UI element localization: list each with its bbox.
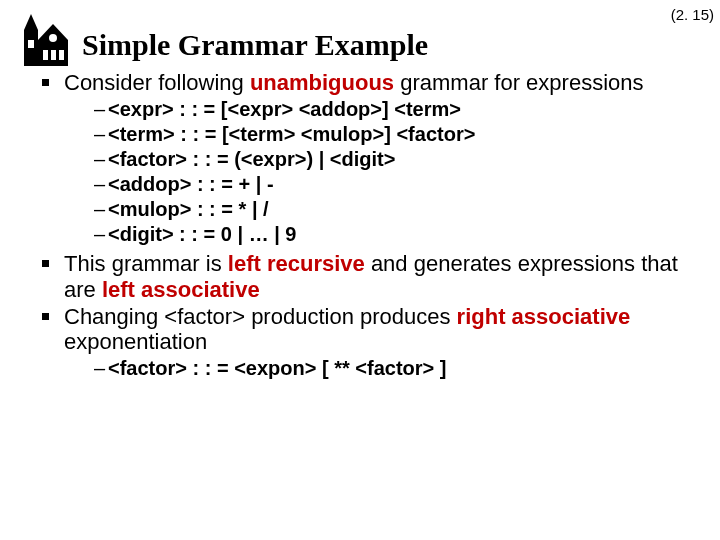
highlight-left-recursive: left recursive [228, 251, 365, 276]
svg-rect-9 [59, 50, 64, 60]
highlight-unambiguous: unambiguous [250, 70, 394, 95]
bullet-1: Consider following unambiguous grammar f… [40, 70, 702, 247]
grammar-rule: <factor> : : = (<expr>) | <digit> [94, 147, 702, 172]
grammar-rule: <factor> : : = <expon> [ ** <factor> ] [94, 356, 702, 381]
logo-icon [18, 10, 74, 66]
bullet-2: This grammar is left recursive and gener… [40, 251, 702, 302]
grammar-rule: <digit> : : = 0 | … | 9 [94, 222, 702, 247]
text: grammar for expressions [394, 70, 643, 95]
slide-title: Simple Grammar Example [82, 28, 428, 62]
grammar-list-2: <factor> : : = <expon> [ ** <factor> ] [64, 356, 702, 381]
grammar-rule: <addop> : : = + | - [94, 172, 702, 197]
svg-rect-7 [43, 50, 48, 60]
text: Changing <factor> production produces [64, 304, 457, 329]
highlight-right-associative: right associative [457, 304, 631, 329]
svg-point-6 [49, 34, 57, 42]
text: This grammar is [64, 251, 228, 276]
slide: (2. 15) Simple Grammar Example Co [0, 0, 720, 395]
grammar-rule: <mulop> : : = * | / [94, 197, 702, 222]
grammar-list-1: <expr> : : = [<expr> <addop>] <term> <te… [64, 97, 702, 247]
grammar-rule: <term> : : = [<term> <mulop>] <factor> [94, 122, 702, 147]
header: Simple Grammar Example [18, 10, 702, 68]
grammar-rule: <expr> : : = [<expr> <addop>] <term> [94, 97, 702, 122]
text: exponentiation [64, 329, 207, 354]
content: Consider following unambiguous grammar f… [18, 70, 702, 381]
bullet-3: Changing <factor> production produces ri… [40, 304, 702, 382]
text: Consider following [64, 70, 250, 95]
svg-rect-8 [51, 50, 56, 60]
highlight-left-associative: left associative [102, 277, 260, 302]
svg-rect-3 [28, 40, 34, 48]
